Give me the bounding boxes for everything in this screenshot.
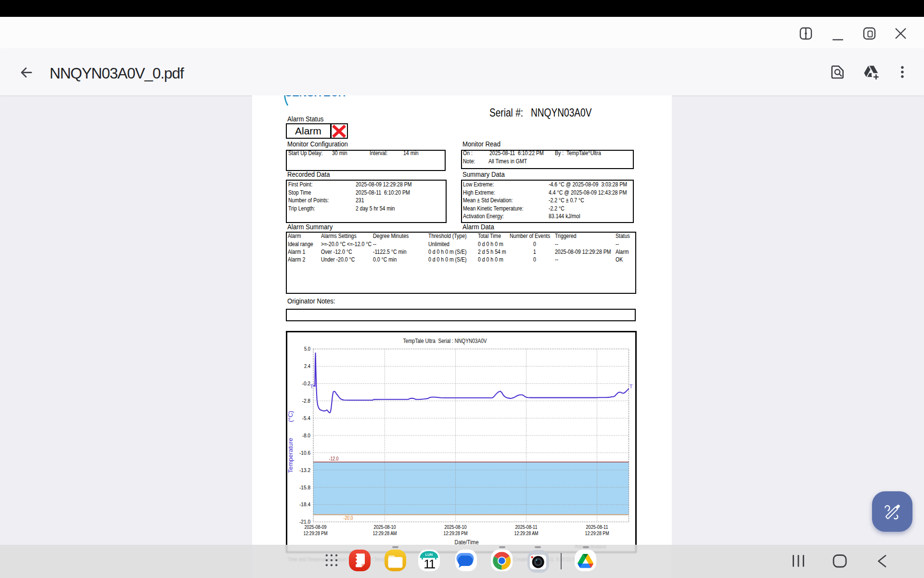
svg-text:-8.0: -8.0 (302, 432, 310, 438)
svg-text:(°C): (°C) (287, 410, 294, 421)
svg-text:-10.6: -10.6 (299, 449, 310, 455)
svg-text:5.0: 5.0 (304, 346, 310, 352)
svg-text:2.4: 2.4 (304, 363, 310, 369)
svg-text:-18.4: -18.4 (299, 501, 310, 507)
svg-text:2025-08-10: 2025-08-10 (444, 524, 466, 530)
svg-text:12:29:28 PM: 12:29:28 PM (585, 530, 609, 536)
svg-text:12:29:28 PM: 12:29:28 PM (303, 530, 327, 536)
svg-text:2025-08-09: 2025-08-09 (304, 524, 326, 530)
svg-text:-0.2: -0.2 (302, 381, 310, 386)
svg-text:-20.0: -20.0 (343, 514, 353, 520)
svg-text:12:29:28 PM: 12:29:28 PM (443, 530, 467, 536)
svg-text:-2.8: -2.8 (302, 398, 310, 404)
svg-text:12:29:28 AM: 12:29:28 AM (514, 530, 538, 536)
svg-text:LUN: LUN (425, 552, 433, 557)
svg-text:T: T (310, 383, 313, 389)
svg-text:2025-08-10: 2025-08-10 (373, 524, 396, 530)
svg-text:2025-08-11: 2025-08-11 (586, 524, 608, 530)
svg-text:2025-08-11: 2025-08-11 (515, 524, 537, 530)
svg-text:-13.2: -13.2 (299, 467, 310, 473)
svg-text:T: T (629, 383, 633, 389)
svg-text:TempTale Ultra Serial : NNQYN: TempTale Ultra Serial : NNQYN03A0V (403, 337, 487, 344)
svg-text:-12.0: -12.0 (329, 455, 338, 461)
svg-text:11: 11 (424, 557, 436, 571)
svg-text:-15.8: -15.8 (299, 484, 310, 490)
svg-text:12:29:28 AM: 12:29:28 AM (372, 530, 397, 536)
svg-text:-5.4: -5.4 (302, 415, 310, 420)
svg-text:Temperature: Temperature (287, 438, 294, 473)
